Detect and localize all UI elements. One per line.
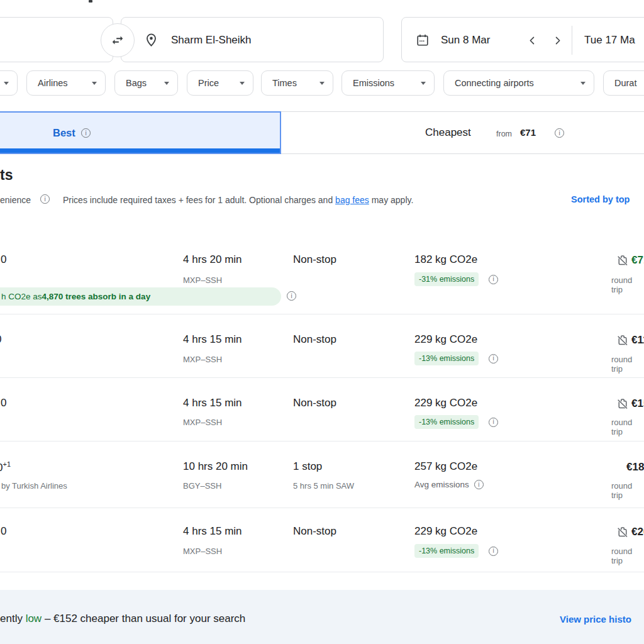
swap-horizontal-icon bbox=[111, 33, 125, 47]
results-title-fragment: ts bbox=[0, 167, 13, 184]
location-pin-icon bbox=[144, 33, 158, 47]
bag-fees-link[interactable]: bag fees bbox=[335, 195, 369, 205]
price-line: €184 bbox=[626, 461, 644, 474]
swap-button[interactable] bbox=[101, 23, 135, 57]
flight-duration: 10 hrs 20 min bbox=[183, 460, 248, 473]
flight-price: €71 bbox=[631, 254, 644, 267]
disclaimer-suffix: may apply. bbox=[369, 195, 414, 205]
next-day-indicator: +1 bbox=[3, 460, 11, 468]
flight-route: MXP–SSH bbox=[183, 418, 222, 427]
info-icon[interactable]: i bbox=[287, 291, 296, 301]
info-icon[interactable]: i bbox=[489, 354, 498, 364]
eco-note-bold: 4,870 trees absorb in a day bbox=[42, 292, 151, 301]
flight-stops: 1 stop bbox=[293, 460, 322, 473]
caret-down-icon bbox=[319, 82, 325, 85]
price-line: €153 bbox=[616, 397, 644, 410]
flight-row[interactable]: 0 4 hrs 20 min MXP–SSH Non-stop 182 kg C… bbox=[0, 238, 644, 314]
filter-chip-bags[interactable]: Bags bbox=[114, 70, 178, 96]
no-carry-on-bag-icon bbox=[616, 397, 629, 410]
caret-down-icon bbox=[240, 82, 245, 85]
flight-row[interactable]: 0+1 by Turkish Airlines 10 hrs 20 min BG… bbox=[0, 441, 644, 508]
flight-co2: 229 kg CO2e bbox=[414, 333, 477, 346]
flight-duration: 4 hrs 15 min bbox=[183, 525, 242, 538]
filter-chip-airlines[interactable]: Airlines bbox=[26, 70, 106, 96]
departure-time-fragment: 0 bbox=[1, 525, 6, 538]
trip-type: round trip bbox=[611, 481, 644, 500]
emissions-badge: -31% emissions bbox=[414, 272, 479, 286]
info-icon[interactable]: i bbox=[489, 418, 498, 427]
eco-note-fragment: h CO2e as bbox=[1, 292, 42, 301]
tab-best-active-bar bbox=[0, 148, 280, 153]
flight-price: €153 bbox=[631, 397, 644, 410]
emissions-line: -13% emissions i bbox=[414, 415, 498, 429]
departure-time-fragment: 0 bbox=[0, 333, 1, 346]
google-flights-results-page: Sharm El-Sheikh Sun 8 Mar Tue 17 Ma Airl… bbox=[0, 0, 644, 644]
caret-down-icon bbox=[4, 82, 9, 85]
disclaimer-prefix: Prices include required taxes + fees for… bbox=[63, 195, 335, 205]
price-insight-banner: ently low – €152 cheaper than usual for … bbox=[0, 590, 644, 644]
filter-chip-connecting-airports[interactable]: Connecting airports bbox=[443, 70, 594, 96]
price-line: €200 bbox=[616, 526, 644, 538]
caret-down-icon bbox=[164, 82, 169, 85]
flight-row[interactable]: 0 4 hrs 15 min MXP–SSH Non-stop 229 kg C… bbox=[0, 378, 644, 441]
insight-low-word: low bbox=[26, 613, 42, 625]
chip-label: Price bbox=[198, 78, 219, 88]
insight-rest: – €152 cheaper than usual for your searc… bbox=[42, 613, 245, 625]
flight-co2: 229 kg CO2e bbox=[414, 525, 477, 538]
cut-off-text-fragment bbox=[89, 0, 92, 3]
flight-route: BGY–SSH bbox=[183, 481, 221, 491]
chip-label: Emissions bbox=[353, 78, 394, 88]
tab-cheapest-from-label: from bbox=[496, 130, 512, 138]
info-icon[interactable]: i bbox=[474, 480, 484, 489]
destination-value: Sharm El-Sheikh bbox=[171, 34, 252, 47]
return-date-value: Tue 17 Ma bbox=[584, 34, 635, 47]
flight-stops: Non-stop bbox=[293, 333, 336, 346]
trip-type: round trip bbox=[611, 275, 644, 294]
tab-best-label: Best bbox=[53, 127, 75, 139]
trip-type: round trip bbox=[611, 547, 644, 565]
filter-chip-emissions[interactable]: Emissions bbox=[341, 70, 435, 96]
chip-label: Bags bbox=[126, 78, 147, 88]
departure-time-fragment: 0+1 bbox=[0, 460, 11, 474]
layover-info: 5 hrs 5 min SAW bbox=[293, 481, 354, 491]
filter-chip-cut[interactable] bbox=[0, 70, 18, 96]
dates-field[interactable]: Sun 8 Mar Tue 17 Ma bbox=[401, 17, 644, 62]
info-icon[interactable]: i bbox=[489, 547, 498, 556]
flight-route: MXP–SSH bbox=[183, 275, 222, 285]
sort-link[interactable]: Sorted by top bbox=[571, 194, 630, 204]
destination-field[interactable]: Sharm El-Sheikh bbox=[121, 17, 384, 62]
emissions-badge: -13% emissions bbox=[414, 415, 479, 429]
filter-chip-price[interactable]: Price bbox=[187, 70, 253, 96]
flight-route: MXP–SSH bbox=[183, 547, 222, 556]
filter-chip-duration[interactable]: Durat bbox=[603, 70, 644, 96]
info-icon[interactable]: i bbox=[40, 194, 50, 204]
departure-time-fragment: 0 bbox=[1, 397, 6, 409]
no-carry-on-bag-icon bbox=[616, 526, 629, 538]
flight-co2: 229 kg CO2e bbox=[414, 397, 477, 409]
emissions-line: -31% emissions i bbox=[414, 272, 498, 286]
chevron-left-icon[interactable] bbox=[526, 35, 538, 47]
flight-row[interactable]: 0 4 hrs 15 min MXP–SSH Non-stop 229 kg C… bbox=[0, 508, 644, 572]
info-icon[interactable]: i bbox=[81, 128, 91, 138]
emissions-badge: -13% emissions bbox=[414, 544, 479, 558]
price-disclaimer: Prices include required taxes + fees for… bbox=[63, 195, 413, 205]
flight-duration: 4 hrs 15 min bbox=[183, 333, 242, 346]
info-icon[interactable]: i bbox=[489, 275, 498, 284]
flight-row[interactable]: 0 4 hrs 15 min MXP–SSH Non-stop 229 kg C… bbox=[0, 314, 644, 378]
ranking-note-fragment: enience bbox=[0, 195, 31, 205]
tab-best[interactable] bbox=[0, 111, 281, 154]
trip-type: round trip bbox=[611, 418, 644, 436]
tab-cheapest-price: €71 bbox=[520, 127, 536, 138]
chevron-right-icon[interactable] bbox=[552, 35, 564, 47]
price-line: €71 bbox=[616, 254, 644, 267]
departure-time-fragment: 0 bbox=[1, 253, 6, 266]
origin-field[interactable] bbox=[0, 17, 113, 62]
info-icon[interactable]: i bbox=[555, 128, 564, 138]
flight-price: €184 bbox=[626, 461, 644, 474]
date-field-divider bbox=[572, 26, 572, 55]
no-carry-on-bag-icon bbox=[616, 334, 629, 347]
tab-cheapest-label: Cheapest bbox=[425, 126, 471, 139]
view-price-history-link[interactable]: View price histo bbox=[560, 614, 631, 625]
chip-label: Durat bbox=[614, 78, 636, 88]
filter-chip-times[interactable]: Times bbox=[261, 70, 333, 96]
